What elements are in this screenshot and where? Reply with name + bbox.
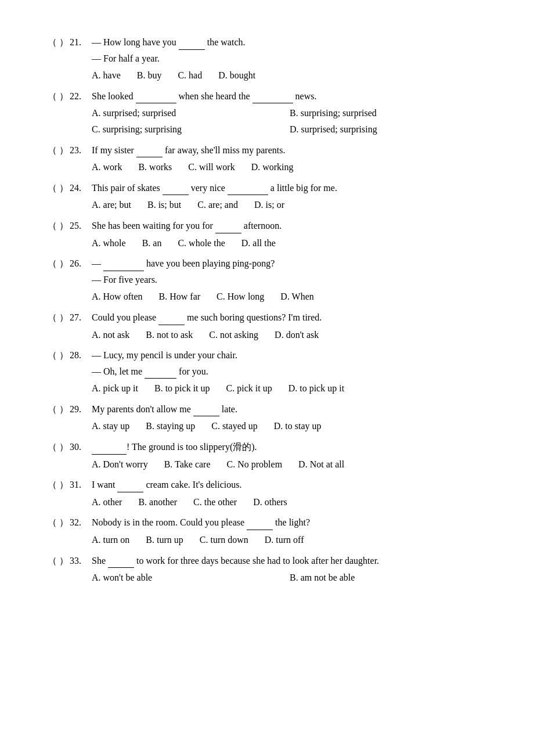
question-text: — How long have you the watch. <box>92 35 488 50</box>
question-row: （）21.— How long have you the watch. <box>46 35 488 50</box>
option-item: C. stayed up <box>211 419 258 434</box>
options-row: A. pick up itB. to pick it upC. pick it … <box>92 381 488 396</box>
question-block-8: （）28.— Lucy, my pencil is under your cha… <box>46 348 488 396</box>
bracket-left: （ <box>46 310 58 325</box>
option-item: D. bought <box>218 68 255 83</box>
answer-blank <box>179 39 205 50</box>
question-text: Nobody is in the room. Could you please … <box>92 515 488 530</box>
answer-blank <box>136 147 163 158</box>
option-item: B. am not be able <box>290 570 471 585</box>
question-number: 25. <box>70 218 92 233</box>
question-number: 28. <box>70 348 92 363</box>
bracket-right: ） <box>58 143 70 158</box>
question-number: 29. <box>70 402 92 417</box>
answer-blank-2 <box>252 93 293 104</box>
bracket-right: ） <box>58 348 70 363</box>
option-item: C. turn down <box>200 532 248 548</box>
option-item: C. the other <box>193 495 237 510</box>
bracket-left: （ <box>46 35 58 50</box>
question-row: （）29.My parents don't allow me late. <box>46 402 488 417</box>
option-item: C. not asking <box>209 327 258 343</box>
option-item: D. Not at all <box>298 457 344 472</box>
question-text: ! The ground is too slippery(滑的). <box>92 440 488 455</box>
option-item: A. surprised; surprised <box>92 106 273 121</box>
question-number: 27. <box>70 310 92 325</box>
answer-blank <box>136 93 176 104</box>
question-text: She looked when she heard the news. <box>92 89 488 104</box>
answer-blank <box>108 558 134 568</box>
option-item: D. turn off <box>265 532 304 548</box>
question-block-4: （）24.This pair of skates very nice a lit… <box>46 181 488 213</box>
option-item: A. stay up <box>92 419 129 434</box>
question-row: （）28.— Lucy, my pencil is under your cha… <box>46 348 488 363</box>
bracket-right: ） <box>58 402 70 417</box>
question-row: （）32.Nobody is in the room. Could you pl… <box>46 515 488 530</box>
bracket-left: （ <box>46 402 58 417</box>
question-block-1: （）21.— How long have you the watch.— For… <box>46 35 488 83</box>
question-block-12: （）32.Nobody is in the room. Could you pl… <box>46 515 488 547</box>
question-number: 33. <box>70 553 92 568</box>
question-row: （）24.This pair of skates very nice a lit… <box>46 181 488 196</box>
option-item: C. No problem <box>227 457 283 472</box>
question-block-7: （）27.Could you please me such boring que… <box>46 310 488 342</box>
sub-line: — For five years. <box>92 272 488 287</box>
option-item: A. have <box>92 68 121 83</box>
option-item: B. How far <box>159 289 201 304</box>
option-item: C. pick it up <box>226 381 272 396</box>
options-row: A. are; butB. is; butC. are; andD. is; o… <box>92 197 488 213</box>
option-item: D. to stay up <box>274 419 322 434</box>
options-grid: A. surprised; surprisedB. surprising; su… <box>92 106 488 136</box>
options-row: A. not askB. not to askC. not askingD. d… <box>92 327 488 343</box>
question-block-10: （）30.! The ground is too slippery(滑的).A.… <box>46 440 488 471</box>
option-item: A. other <box>92 495 122 510</box>
question-number: 24. <box>70 181 92 196</box>
bracket-right: ） <box>58 310 70 325</box>
question-number: 30. <box>70 440 92 455</box>
option-item: B. works <box>138 160 172 175</box>
option-item: A. Don't worry <box>92 457 148 472</box>
question-text: She to work for three days because she h… <box>92 553 488 568</box>
question-text: She has been waiting for you for afterno… <box>92 218 488 233</box>
answer-blank <box>193 406 219 417</box>
question-text: This pair of skates very nice a little b… <box>92 181 488 196</box>
bracket-right: ） <box>58 553 70 568</box>
option-item: D. don't ask <box>275 327 319 343</box>
question-block-9: （）29.My parents don't allow me late.A. s… <box>46 402 488 434</box>
answer-blank <box>145 369 176 379</box>
question-text: — have you been playing ping-pong? <box>92 256 488 271</box>
question-row: （）25.She has been waiting for you for af… <box>46 218 488 233</box>
options-row: A. otherB. anotherC. the otherD. others <box>92 495 488 510</box>
option-item: C. surprising; surprising <box>92 122 273 137</box>
sub-line: — For half a year. <box>92 51 488 66</box>
bracket-right: ） <box>58 218 70 233</box>
option-item: A. How often <box>92 289 143 304</box>
answer-blank <box>92 444 127 455</box>
question-number: 21. <box>70 35 92 50</box>
option-item: B. an <box>142 236 162 251</box>
question-row: （）22.She looked when she heard the news. <box>46 89 488 104</box>
bracket-right: ） <box>58 477 70 492</box>
option-item: A. are; but <box>92 197 131 213</box>
sub-line: — Oh, let me for you. <box>92 364 488 379</box>
question-block-2: （）22.She looked when she heard the news.… <box>46 89 488 137</box>
option-item: C. whole the <box>178 236 225 251</box>
option-item: B. is; but <box>147 197 181 213</box>
question-block-11: （）31.I want cream cake. It's delicious.A… <box>46 477 488 509</box>
bracket-left: （ <box>46 440 58 455</box>
option-item: C. are; and <box>197 197 238 213</box>
questions-container: （）21.— How long have you the watch.— For… <box>46 35 488 586</box>
question-row: （）23.If my sister far away, she'll miss … <box>46 143 488 158</box>
answer-blank <box>158 315 185 325</box>
bracket-left: （ <box>46 256 58 271</box>
answer-blank-2 <box>228 185 268 196</box>
question-number: 22. <box>70 89 92 104</box>
option-item: C. will work <box>188 160 234 175</box>
bracket-left: （ <box>46 515 58 530</box>
question-row: （）33.She to work for three days because … <box>46 553 488 568</box>
answer-blank <box>103 261 144 271</box>
question-block-5: （）25.She has been waiting for you for af… <box>46 218 488 250</box>
option-item: B. buy <box>137 68 162 83</box>
option-item: B. to pick it up <box>154 381 210 396</box>
bracket-left: （ <box>46 89 58 104</box>
answer-blank <box>163 185 189 196</box>
